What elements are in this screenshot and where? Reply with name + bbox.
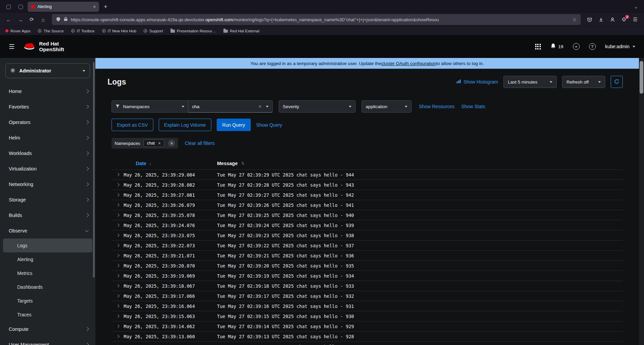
url-bar[interactable]: https://console-openshift-console.apps.e… [52,14,581,25]
app-launcher-icon[interactable] [535,44,541,50]
scrollbar-thumb[interactable] [640,61,643,94]
bookmark-the-source[interactable]: The Source [38,29,63,33]
refresh-interval-select[interactable]: Refresh off [562,76,605,88]
expand-row-button[interactable] [112,254,124,257]
sidebar-item-logs[interactable]: Logs [3,239,92,252]
firefox-view-icon[interactable] [3,2,13,12]
sidebar: Administrator HomeFavoritesOperatorsHelm… [0,58,95,345]
chip-group-close-icon[interactable]: ✕ [168,140,175,147]
export-csv-button[interactable]: Export as CSV [112,119,153,131]
sidebar-item-workloads[interactable]: Workloads [0,146,95,161]
bookmark-rover-apps[interactable]: Rover Apps [5,29,30,33]
sidebar-item-virtualization[interactable]: Virtualization [0,161,95,177]
log-table-row: May 26, 2025, 23:39:26.079 Tue May 27 02… [112,200,623,210]
new-tab-button[interactable]: + [101,3,110,10]
expand-row-button[interactable] [112,204,124,206]
show-query-button[interactable]: Show Query [256,119,282,131]
bookmark-it-toolbox[interactable]: IT Toolbox [71,29,95,33]
user-menu[interactable]: kube:admin [605,44,635,49]
expand-row-button[interactable] [112,224,124,226]
sidebar-item-storage[interactable]: Storage [0,192,95,208]
sidebar-item-metrics[interactable]: Metrics [3,266,92,280]
expand-row-button[interactable] [112,285,124,287]
sidebar-item-builds[interactable]: Builds [0,208,95,223]
downloads-icon[interactable] [595,14,606,25]
namespace-search-input[interactable] [192,104,254,109]
column-header-message[interactable]: Message ⇅ [217,161,244,166]
help-button[interactable]: ? [589,43,596,50]
column-header-date[interactable]: Date ↓ [112,161,217,166]
tracking-shield-icon[interactable] [56,17,61,23]
browser-tab[interactable]: Alerting ✕ [28,2,99,12]
list-tabs-chevron-icon[interactable]: ⌄ [634,4,641,10]
expand-row-button[interactable] [112,305,124,307]
lock-icon[interactable] [64,17,68,22]
expand-row-button[interactable] [112,295,124,297]
brand-logo[interactable]: Red Hat OpenShift [23,41,64,53]
perspective-switcher[interactable]: Administrator [5,63,90,78]
expand-row-button[interactable] [112,325,124,327]
show-stats-link[interactable]: Show Stats [461,104,485,109]
sidebar-item-targets[interactable]: Targets [3,294,92,308]
sidebar-item-traces[interactable]: Traces [3,308,92,321]
tenant-select[interactable]: application [362,100,411,113]
sidebar-item-alerting[interactable]: Alerting [3,252,92,266]
account-icon[interactable] [607,14,618,25]
pocket-icon[interactable] [584,14,595,25]
bookmark-presentation-resour[interactable]: Presentation Resour… [171,29,216,33]
forward-icon[interactable]: → [15,14,26,25]
tab-close-icon[interactable]: ✕ [93,5,96,9]
sidebar-item-networking[interactable]: Networking [0,177,95,192]
menu-icon[interactable]: ☰ [630,14,641,25]
cluster-oauth-link[interactable]: cluster OAuth configuration [381,61,436,66]
tab-overview-icon[interactable] [16,2,26,12]
bookmark-it-new-hire-hub[interactable]: IT New Hire Hub [102,29,136,33]
reload-icon[interactable]: ⟳ [26,14,37,25]
expand-row-button[interactable] [112,174,124,176]
expand-row-button[interactable] [112,184,124,186]
run-query-button[interactable]: Run Query [217,119,251,131]
clear-all-filters-link[interactable]: Clear all filters [185,140,215,146]
time-range-select[interactable]: Last 5 minutes [503,76,557,88]
sidebar-scrollbar[interactable] [93,62,95,278]
bookmark-red-hat-external[interactable]: Red Hat External [223,29,259,33]
back-icon[interactable]: ← [3,14,14,25]
sidebar-item-user-management[interactable]: User Management [0,337,95,345]
expand-row-button[interactable] [112,275,124,277]
explain-log-volume-button[interactable]: Explain Log Volume [159,119,211,131]
expand-row-button[interactable] [112,194,124,196]
sidebar-item-dashboards[interactable]: Dashboards [3,280,92,294]
attribute-filter-select[interactable]: Namespaces [112,100,188,113]
expand-row-button[interactable] [112,264,124,267]
severity-filter-select[interactable]: Severity [279,100,356,113]
page-scrollbar[interactable] [639,58,644,345]
sidebar-item-favorites[interactable]: Favorites [0,99,95,115]
sidebar-item-operators[interactable]: Operators [0,115,95,130]
notifications-button[interactable]: 19 [550,43,563,50]
bookmarks-bar: Rover AppsThe SourceIT ToolboxIT New Hir… [0,26,644,35]
expand-row-button[interactable] [112,214,124,216]
nav-toggle-icon[interactable]: ☰ [9,43,14,51]
sync-icon [614,79,619,85]
bookmark-star-icon[interactable]: ☆ [572,17,577,22]
show-histogram-link[interactable]: Show Histogram [456,79,498,85]
expand-row-button[interactable] [112,335,124,338]
filter-chip[interactable]: chat ✕ [144,139,164,147]
sidebar-item-home[interactable]: Home [0,84,95,99]
sidebar-item-compute[interactable]: Compute [0,321,95,337]
import-yaml-button[interactable]: + [573,43,580,50]
refresh-button[interactable] [611,76,623,88]
sidebar-item-helm[interactable]: Helm [0,130,95,146]
home-icon[interactable]: ⌂ [38,14,49,25]
clear-input-icon[interactable]: ✕ [257,104,263,109]
expand-row-button[interactable] [112,315,124,317]
sidebar-item-observe[interactable]: Observe [0,223,95,239]
extensions-icon[interactable]: 2 [618,14,629,25]
namespace-search-control[interactable]: ✕ [188,100,273,113]
extensions-badge: 2 [625,15,629,19]
expand-row-button[interactable] [112,234,124,237]
show-resources-link[interactable]: Show Resources [419,104,455,109]
bookmark-support[interactable]: Support [144,29,163,33]
chip-close-icon[interactable]: ✕ [158,141,161,145]
expand-row-button[interactable] [112,244,124,247]
